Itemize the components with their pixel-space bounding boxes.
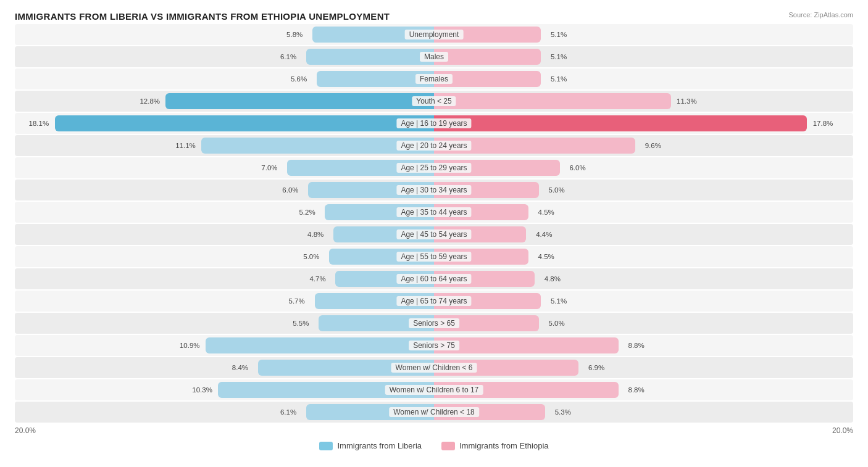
bar-left-value: 12.8% (140, 97, 160, 105)
chart-row: 6.1% 5.1% Males (15, 46, 853, 67)
source-text: Source: ZipAtlas.com (788, 11, 853, 19)
chart-row: 18.1% 17.8% Age | 16 to 19 years (15, 113, 853, 134)
row-label: Youth < 25 (412, 96, 456, 106)
chart-row: 5.0% 4.5% Age | 55 to 59 years (15, 246, 853, 267)
row-label: Age | 60 to 64 years (396, 274, 471, 284)
chart-row: 5.5% 5.0% Seniors > 65 (15, 313, 853, 334)
legend-label-ethiopia: Immigrants from Ethiopia (459, 441, 549, 450)
chart-area: 5.8% 5.1% Unemployment 6.1% 5.1% Males (15, 24, 853, 436)
bar-right-value: 5.0% (549, 320, 565, 327)
bar-right-value: 4.8% (545, 275, 561, 283)
bar-right-value: 11.3% (677, 97, 697, 105)
bar-left: 12.8% (165, 93, 434, 109)
row-label: Age | 35 to 44 years (396, 207, 471, 217)
axis-left: 20.0% (15, 426, 36, 435)
row-label: Age | 45 to 54 years (396, 229, 471, 239)
bar-left-value: 6.1% (280, 53, 296, 60)
bar-left-value: 4.7% (309, 275, 325, 283)
row-label: Unemployment (405, 30, 464, 39)
row-label: Age | 20 to 24 years (396, 141, 471, 151)
legend-ethiopia: Immigrants from Ethiopia (441, 441, 549, 450)
row-label: Women w/ Children < 6 (391, 363, 477, 373)
bar-left-value: 18.1% (29, 120, 49, 127)
row-label: Age | 16 to 19 years (396, 118, 471, 128)
chart-row: 5.8% 5.1% Unemployment (15, 24, 853, 45)
chart-row: 7.0% 6.0% Age | 25 to 29 years (15, 157, 853, 178)
chart-row: 4.7% 4.8% Age | 60 to 64 years (15, 268, 853, 289)
chart-row: 12.8% 11.3% Youth < 25 (15, 91, 853, 112)
chart-row: 10.3% 8.8% Women w/ Children 6 to 17 (15, 379, 853, 400)
chart-row: 11.1% 9.6% Age | 20 to 24 years (15, 135, 853, 156)
bar-left-value: 10.3% (192, 386, 212, 394)
bar-right-value: 4.4% (536, 231, 552, 238)
bar-left-value: 5.7% (289, 297, 305, 305)
chart-row: 4.8% 4.4% Age | 45 to 54 years (15, 224, 853, 245)
bar-left-value: 5.0% (303, 253, 319, 260)
legend-swatch-ethiopia (441, 442, 455, 450)
chart-row: 5.2% 4.5% Age | 35 to 44 years (15, 202, 853, 223)
bar-right: 5.1% (434, 49, 541, 65)
bar-right-value: 5.1% (551, 75, 567, 83)
bar-right-value: 6.9% (588, 364, 604, 371)
bar-left: 18.1% (55, 115, 434, 131)
bar-left-value: 5.5% (293, 320, 309, 327)
bar-left-value: 11.1% (175, 142, 196, 149)
bar-right-value: 5.1% (551, 31, 567, 38)
legend-swatch-liberia (319, 442, 333, 450)
bar-right: 11.3% (434, 93, 671, 109)
chart-row: 10.9% 8.8% Seniors > 75 (15, 335, 853, 356)
bar-left-value: 6.0% (282, 186, 298, 194)
bar-right-value: 5.1% (551, 53, 567, 60)
chart-row: 6.0% 5.0% Age | 30 to 34 years (15, 180, 853, 200)
bar-left: 10.9% (206, 337, 434, 353)
row-label: Age | 30 to 34 years (396, 185, 471, 195)
bar-right: 17.8% (434, 115, 807, 131)
row-label: Age | 55 to 59 years (396, 252, 471, 262)
legend: Immigrants from Liberia Immigrants from … (15, 441, 853, 450)
bar-left-value: 5.8% (286, 31, 303, 38)
bar-left-value: 5.6% (291, 75, 307, 83)
bar-left-value: 6.1% (280, 408, 296, 416)
bar-right-value: 5.1% (551, 297, 567, 305)
chart-row: 5.7% 5.1% Age | 65 to 74 years (15, 291, 853, 312)
axis-row: 20.0% 20.0% (15, 424, 853, 436)
bar-right-value: 5.0% (549, 186, 565, 194)
row-label: Seniors > 65 (409, 318, 459, 328)
bar-left-value: 7.0% (261, 164, 277, 172)
bar-right-value: 8.8% (628, 342, 645, 349)
row-label: Seniors > 75 (409, 341, 459, 350)
chart-row: 5.6% 5.1% Females (15, 68, 853, 89)
bar-right-value: 4.5% (538, 253, 554, 260)
rows-wrapper: 5.8% 5.1% Unemployment 6.1% 5.1% Males (15, 24, 853, 423)
legend-liberia: Immigrants from Liberia (319, 441, 422, 450)
legend-label-liberia: Immigrants from Liberia (337, 441, 422, 450)
chart-container: IMMIGRANTS FROM LIBERIA VS IMMIGRANTS FR… (0, 0, 868, 463)
bar-right-value: 6.0% (569, 164, 585, 172)
bar-left-value: 4.8% (307, 231, 323, 238)
bar-right: 8.8% (434, 337, 619, 353)
bar-left: 6.1% (306, 49, 434, 65)
bar-right-value: 8.8% (628, 386, 645, 394)
bar-right-value: 9.6% (645, 142, 661, 149)
chart-title: IMMIGRANTS FROM LIBERIA VS IMMIGRANTS FR… (15, 11, 390, 22)
bar-right-value: 17.8% (813, 120, 833, 127)
chart-row: 8.4% 6.9% Women w/ Children < 6 (15, 357, 853, 378)
row-label: Women w/ Children < 18 (389, 407, 479, 417)
row-label: Males (420, 52, 448, 62)
row-label: Age | 65 to 74 years (396, 296, 471, 306)
bar-left-value: 10.9% (180, 342, 200, 349)
row-label: Age | 25 to 29 years (396, 163, 471, 173)
bar-right-value: 5.3% (555, 408, 571, 416)
bar-right-value: 4.5% (538, 209, 554, 216)
chart-row: 6.1% 5.3% Women w/ Children < 18 (15, 402, 853, 423)
row-label: Women w/ Children 6 to 17 (385, 385, 483, 395)
bar-left-value: 8.4% (232, 364, 248, 371)
axis-right: 20.0% (832, 426, 853, 435)
bar-left-value: 5.2% (299, 209, 315, 216)
row-label: Females (415, 74, 453, 84)
